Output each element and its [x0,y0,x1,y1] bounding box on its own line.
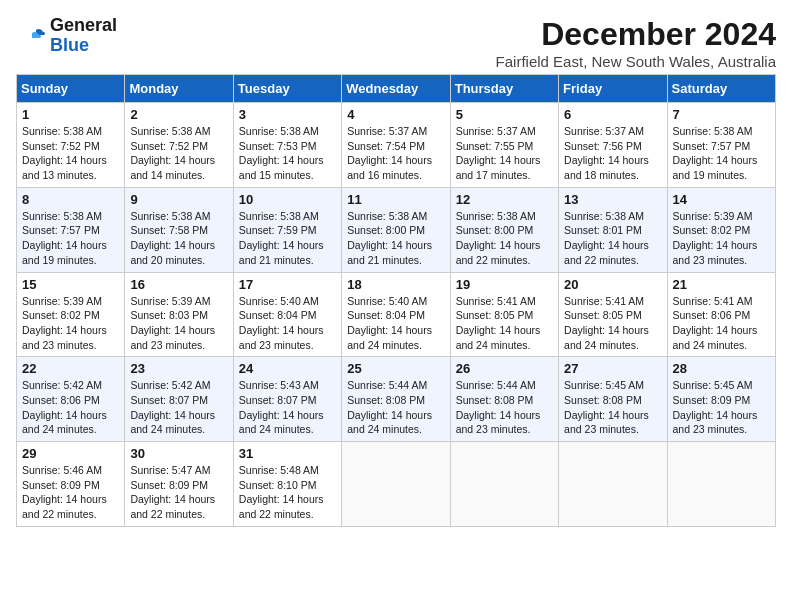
table-row: 24Sunrise: 5:43 AMSunset: 8:07 PMDayligh… [233,357,341,442]
col-tuesday: Tuesday [233,75,341,103]
day-number: 13 [564,192,661,207]
col-saturday: Saturday [667,75,775,103]
table-row: 4Sunrise: 5:37 AMSunset: 7:54 PMDaylight… [342,103,450,188]
sunrise-text: Sunrise: 5:39 AM [130,294,227,309]
sunset-text: Sunset: 7:56 PM [564,139,661,154]
daylight-text: Daylight: 14 hours and 14 minutes. [130,153,227,182]
day-info: Sunrise: 5:38 AMSunset: 7:52 PMDaylight:… [22,124,119,183]
table-row: 20Sunrise: 5:41 AMSunset: 8:05 PMDayligh… [559,272,667,357]
table-row: 13Sunrise: 5:38 AMSunset: 8:01 PMDayligh… [559,187,667,272]
day-info: Sunrise: 5:47 AMSunset: 8:09 PMDaylight:… [130,463,227,522]
table-row: 3Sunrise: 5:38 AMSunset: 7:53 PMDaylight… [233,103,341,188]
day-info: Sunrise: 5:38 AMSunset: 7:58 PMDaylight:… [130,209,227,268]
day-info: Sunrise: 5:39 AMSunset: 8:02 PMDaylight:… [673,209,770,268]
day-info: Sunrise: 5:40 AMSunset: 8:04 PMDaylight:… [239,294,336,353]
table-row: 10Sunrise: 5:38 AMSunset: 7:59 PMDayligh… [233,187,341,272]
day-number: 18 [347,277,444,292]
col-wednesday: Wednesday [342,75,450,103]
table-row: 16Sunrise: 5:39 AMSunset: 8:03 PMDayligh… [125,272,233,357]
table-row: 28Sunrise: 5:45 AMSunset: 8:09 PMDayligh… [667,357,775,442]
sunrise-text: Sunrise: 5:37 AM [347,124,444,139]
day-number: 17 [239,277,336,292]
daylight-text: Daylight: 14 hours and 23 minutes. [673,408,770,437]
day-number: 21 [673,277,770,292]
logo: General Blue [16,16,117,56]
day-number: 11 [347,192,444,207]
daylight-text: Daylight: 14 hours and 16 minutes. [347,153,444,182]
location-title: Fairfield East, New South Wales, Austral… [496,53,776,70]
sunset-text: Sunset: 8:05 PM [456,308,553,323]
sunrise-text: Sunrise: 5:38 AM [22,124,119,139]
day-info: Sunrise: 5:41 AMSunset: 8:05 PMDaylight:… [564,294,661,353]
logo-text: General Blue [50,16,117,56]
day-number: 9 [130,192,227,207]
logo-icon [16,24,46,48]
calendar-week-row: 1Sunrise: 5:38 AMSunset: 7:52 PMDaylight… [17,103,776,188]
table-row: 21Sunrise: 5:41 AMSunset: 8:06 PMDayligh… [667,272,775,357]
table-row: 6Sunrise: 5:37 AMSunset: 7:56 PMDaylight… [559,103,667,188]
col-friday: Friday [559,75,667,103]
table-row: 27Sunrise: 5:45 AMSunset: 8:08 PMDayligh… [559,357,667,442]
sunrise-text: Sunrise: 5:44 AM [456,378,553,393]
day-number: 26 [456,361,553,376]
title-section: December 2024 Fairfield East, New South … [496,16,776,70]
day-info: Sunrise: 5:38 AMSunset: 7:59 PMDaylight:… [239,209,336,268]
table-row: 12Sunrise: 5:38 AMSunset: 8:00 PMDayligh… [450,187,558,272]
sunrise-text: Sunrise: 5:38 AM [22,209,119,224]
sunset-text: Sunset: 8:00 PM [456,223,553,238]
day-number: 4 [347,107,444,122]
day-info: Sunrise: 5:37 AMSunset: 7:54 PMDaylight:… [347,124,444,183]
sunset-text: Sunset: 8:01 PM [564,223,661,238]
table-row: 26Sunrise: 5:44 AMSunset: 8:08 PMDayligh… [450,357,558,442]
sunrise-text: Sunrise: 5:47 AM [130,463,227,478]
sunset-text: Sunset: 8:07 PM [130,393,227,408]
sunrise-text: Sunrise: 5:38 AM [239,209,336,224]
daylight-text: Daylight: 14 hours and 19 minutes. [673,153,770,182]
sunset-text: Sunset: 8:06 PM [22,393,119,408]
sunrise-text: Sunrise: 5:41 AM [673,294,770,309]
sunset-text: Sunset: 7:52 PM [130,139,227,154]
sunrise-text: Sunrise: 5:40 AM [347,294,444,309]
logo-general: General [50,15,117,35]
day-info: Sunrise: 5:46 AMSunset: 8:09 PMDaylight:… [22,463,119,522]
day-info: Sunrise: 5:37 AMSunset: 7:56 PMDaylight:… [564,124,661,183]
day-number: 10 [239,192,336,207]
sunset-text: Sunset: 7:57 PM [673,139,770,154]
sunrise-text: Sunrise: 5:39 AM [673,209,770,224]
daylight-text: Daylight: 14 hours and 23 minutes. [239,323,336,352]
sunrise-text: Sunrise: 5:38 AM [673,124,770,139]
table-row [667,442,775,527]
day-number: 25 [347,361,444,376]
day-info: Sunrise: 5:44 AMSunset: 8:08 PMDaylight:… [347,378,444,437]
calendar-header-row: Sunday Monday Tuesday Wednesday Thursday… [17,75,776,103]
calendar-week-row: 8Sunrise: 5:38 AMSunset: 7:57 PMDaylight… [17,187,776,272]
table-row: 19Sunrise: 5:41 AMSunset: 8:05 PMDayligh… [450,272,558,357]
daylight-text: Daylight: 14 hours and 23 minutes. [22,323,119,352]
table-row: 25Sunrise: 5:44 AMSunset: 8:08 PMDayligh… [342,357,450,442]
table-row [450,442,558,527]
svg-rect-0 [16,24,46,48]
day-number: 1 [22,107,119,122]
daylight-text: Daylight: 14 hours and 24 minutes. [130,408,227,437]
day-number: 19 [456,277,553,292]
sunrise-text: Sunrise: 5:41 AM [564,294,661,309]
col-sunday: Sunday [17,75,125,103]
table-row: 5Sunrise: 5:37 AMSunset: 7:55 PMDaylight… [450,103,558,188]
calendar-week-row: 29Sunrise: 5:46 AMSunset: 8:09 PMDayligh… [17,442,776,527]
sunset-text: Sunset: 7:53 PM [239,139,336,154]
day-number: 14 [673,192,770,207]
day-info: Sunrise: 5:42 AMSunset: 8:07 PMDaylight:… [130,378,227,437]
day-number: 27 [564,361,661,376]
sunset-text: Sunset: 8:08 PM [347,393,444,408]
table-row: 23Sunrise: 5:42 AMSunset: 8:07 PMDayligh… [125,357,233,442]
daylight-text: Daylight: 14 hours and 19 minutes. [22,238,119,267]
day-info: Sunrise: 5:39 AMSunset: 8:03 PMDaylight:… [130,294,227,353]
calendar-week-row: 15Sunrise: 5:39 AMSunset: 8:02 PMDayligh… [17,272,776,357]
calendar: Sunday Monday Tuesday Wednesday Thursday… [16,74,776,527]
daylight-text: Daylight: 14 hours and 22 minutes. [22,492,119,521]
sunrise-text: Sunrise: 5:38 AM [239,124,336,139]
day-number: 7 [673,107,770,122]
day-number: 8 [22,192,119,207]
day-number: 16 [130,277,227,292]
logo-blue: Blue [50,35,89,55]
